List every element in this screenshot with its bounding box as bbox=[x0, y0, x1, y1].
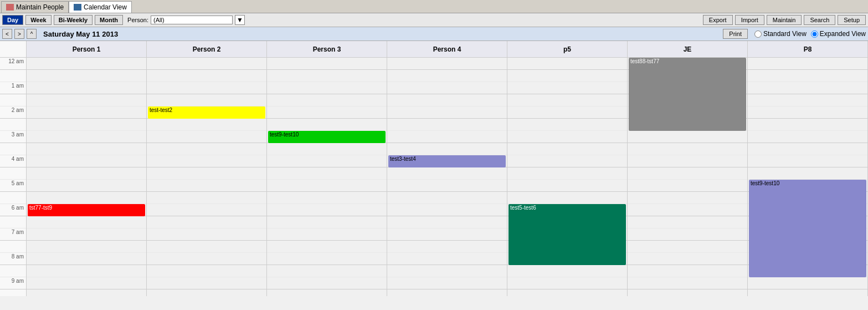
import-button[interactable]: Import bbox=[735, 15, 764, 25]
current-date: Saturday May 11 2013 bbox=[43, 30, 118, 38]
slots-wrapper-person4: test3-test4 bbox=[387, 58, 507, 296]
slot-row bbox=[748, 131, 867, 143]
prev-button[interactable]: < bbox=[2, 29, 12, 39]
slots-wrapper-p8: test9-test10 bbox=[748, 58, 867, 296]
slot-row bbox=[267, 180, 387, 192]
event-ev7[interactable]: test88-tst77 bbox=[629, 58, 746, 131]
time-slot bbox=[0, 192, 26, 204]
slot-row bbox=[147, 253, 266, 265]
view-month-button[interactable]: Month bbox=[95, 15, 123, 25]
slot-row bbox=[267, 277, 387, 289]
slot-row bbox=[628, 192, 747, 204]
slot-row bbox=[267, 192, 387, 204]
slot-row bbox=[507, 180, 627, 192]
tab-calendar-view[interactable]: Calendar View bbox=[69, 1, 132, 13]
slot-row bbox=[387, 106, 507, 119]
slot-row bbox=[748, 58, 867, 70]
slot-row bbox=[27, 241, 146, 253]
slot-row bbox=[267, 289, 387, 296]
slot-row bbox=[267, 58, 387, 70]
tab-maintain-people[interactable]: Maintain People bbox=[1, 1, 69, 13]
slot-row bbox=[628, 241, 747, 253]
slot-row bbox=[748, 277, 867, 289]
slots-wrapper-person3: test9-test10 bbox=[267, 58, 387, 296]
export-button[interactable]: Export bbox=[703, 15, 733, 25]
person-col-person2: Person 2test-test2 bbox=[147, 41, 267, 296]
slot-row bbox=[628, 253, 747, 265]
person-label: Person: bbox=[127, 17, 148, 23]
expanded-view-label[interactable]: Expanded View bbox=[811, 30, 866, 38]
slot-row bbox=[748, 143, 867, 155]
next-button[interactable]: > bbox=[14, 29, 24, 39]
slot-row bbox=[628, 143, 747, 155]
standard-view-radio[interactable] bbox=[754, 31, 762, 38]
person-select[interactable] bbox=[151, 16, 233, 24]
slot-row bbox=[387, 241, 507, 253]
event-ev1[interactable]: test-test2 bbox=[148, 106, 265, 119]
slot-row bbox=[147, 143, 266, 155]
slot-row bbox=[267, 82, 387, 94]
col-header-person2: Person 2 bbox=[147, 41, 266, 58]
slot-row bbox=[748, 119, 867, 131]
time-slot bbox=[0, 94, 26, 106]
slot-row bbox=[147, 155, 266, 167]
slot-row bbox=[628, 265, 747, 277]
view-biweekly-button[interactable]: Bi-Weekly bbox=[54, 15, 93, 25]
slot-row bbox=[267, 167, 387, 180]
slot-row bbox=[27, 289, 146, 296]
standard-view-text: Standard View bbox=[763, 30, 807, 38]
slot-row bbox=[147, 82, 266, 94]
tab-calendar-view-label: Calendar View bbox=[84, 3, 127, 11]
slot-row bbox=[748, 94, 867, 106]
slot-row bbox=[748, 70, 867, 82]
up-button[interactable]: ^ bbox=[27, 29, 37, 39]
event-ev6[interactable]: test5-test6 bbox=[509, 204, 626, 265]
person-col-p8: P8test9-test10 bbox=[748, 41, 868, 296]
view-day-button[interactable]: Day bbox=[2, 15, 23, 25]
slot-row bbox=[507, 82, 627, 94]
slot-row bbox=[507, 131, 627, 143]
slot-row bbox=[387, 180, 507, 192]
print-button[interactable]: Print bbox=[723, 29, 748, 39]
slot-row bbox=[748, 155, 867, 167]
person-dropdown-button[interactable]: ▼ bbox=[235, 15, 245, 25]
slot-row bbox=[27, 265, 146, 277]
slot-row bbox=[387, 265, 507, 277]
slot-row bbox=[628, 277, 747, 289]
slot-row bbox=[748, 82, 867, 94]
slot-row bbox=[387, 70, 507, 82]
title-tabs-bar: Maintain People Calendar View bbox=[0, 0, 868, 13]
view-week-button[interactable]: Week bbox=[25, 15, 52, 25]
slot-row bbox=[147, 265, 266, 277]
slot-row bbox=[507, 192, 627, 204]
view-options: Standard View Expanded View bbox=[754, 30, 866, 38]
search-button[interactable]: Search bbox=[804, 15, 835, 25]
slot-row bbox=[628, 228, 747, 241]
time-slot bbox=[0, 119, 26, 131]
slot-row bbox=[147, 180, 266, 192]
slot-row bbox=[267, 253, 387, 265]
person-col-person4: Person 4test3-test4 bbox=[387, 41, 507, 296]
event-ev2[interactable]: test9-test10 bbox=[268, 131, 386, 143]
event-ev3[interactable]: test3-test4 bbox=[388, 155, 506, 167]
grid-scroll-area[interactable]: Person 1tst77-tst9Person 2test-test2Pers… bbox=[27, 41, 868, 296]
slot-row bbox=[628, 167, 747, 180]
person-col-je: JEtest88-tst77 bbox=[628, 41, 748, 296]
slot-row bbox=[267, 70, 387, 82]
slot-row bbox=[387, 204, 507, 216]
slot-row bbox=[628, 216, 747, 228]
event-ev4[interactable]: test9-test10 bbox=[749, 180, 866, 277]
setup-button[interactable]: Setup bbox=[838, 15, 866, 25]
col-header-person1: Person 1 bbox=[27, 41, 146, 58]
slot-row bbox=[507, 119, 627, 131]
event-ev5[interactable]: tst77-tst9 bbox=[28, 204, 145, 216]
maintain-button[interactable]: Maintain bbox=[767, 15, 802, 25]
slot-row bbox=[147, 167, 266, 180]
slot-row bbox=[267, 94, 387, 106]
time-slot bbox=[0, 241, 26, 253]
time-slot: 4 am bbox=[0, 155, 26, 167]
slot-row bbox=[387, 94, 507, 106]
slot-row bbox=[147, 58, 266, 70]
expanded-view-radio[interactable] bbox=[811, 31, 818, 38]
standard-view-label[interactable]: Standard View bbox=[754, 30, 807, 38]
